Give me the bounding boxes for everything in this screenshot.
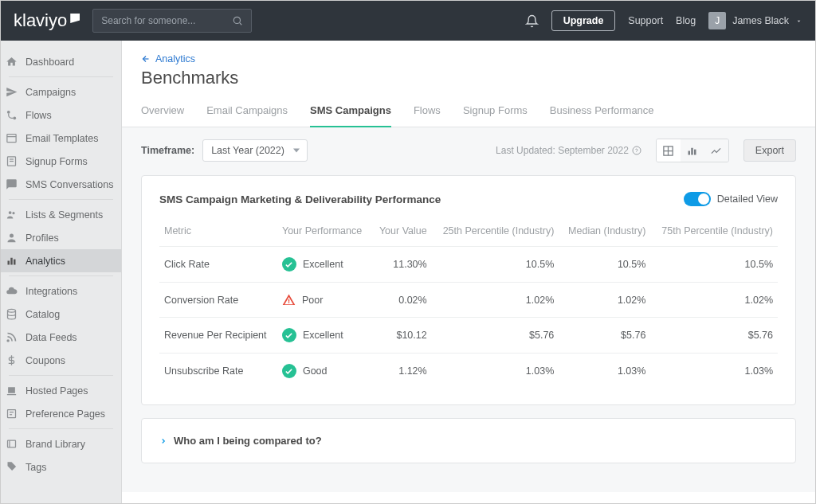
sidebar-label: Signup Forms (26, 156, 88, 167)
tab-business[interactable]: Business Performance (550, 96, 654, 127)
sidebar-item-analytics[interactable]: Analytics (1, 249, 121, 272)
sidebar-item-coupons[interactable]: Coupons (1, 349, 121, 372)
sidebar-item-catalog[interactable]: Catalog (1, 303, 121, 326)
col-median: Median (Industry) (559, 219, 650, 247)
detailed-view-toggle[interactable]: Detailed View (684, 192, 778, 206)
svg-rect-14 (14, 260, 16, 265)
svg-point-11 (10, 234, 14, 238)
search-input-wrap[interactable] (92, 9, 252, 33)
arrow-left-icon (141, 54, 151, 64)
page-title: Benchmarks (122, 64, 815, 96)
view-bar-button[interactable] (681, 139, 704, 162)
sidebar-item-preference[interactable]: Preference Pages (1, 402, 121, 425)
users-icon (6, 209, 18, 221)
help-icon[interactable] (632, 146, 641, 155)
sidebar: Dashboard Campaigns Flows Email Template… (1, 41, 122, 503)
export-button[interactable]: Export (743, 139, 796, 162)
avatar: J (708, 12, 726, 29)
sidebar-label: Brand Library (26, 439, 85, 450)
sidebar-item-flows[interactable]: Flows (1, 104, 121, 127)
col-p75: 75th Percentile (Industry) (650, 219, 778, 247)
last-updated: Last Updated: September 2022 (496, 145, 641, 156)
table-row: Unsubscribe RateGood1.12%1.03%1.03%1.03% (159, 354, 778, 389)
user-menu[interactable]: J James Black (708, 12, 802, 29)
compare-card[interactable]: Who am I being compared to? (141, 418, 796, 463)
col-perf: Your Performance (277, 219, 371, 247)
sidebar-item-lists[interactable]: Lists & Segments (1, 203, 121, 226)
svg-point-16 (7, 340, 9, 342)
sidebar-item-integrations[interactable]: Integrations (1, 279, 121, 303)
breadcrumb[interactable]: Analytics (122, 41, 815, 64)
rss-icon (6, 331, 18, 343)
sidebar-label: Flows (26, 110, 52, 121)
sidebar-item-tags[interactable]: Tags (1, 455, 121, 479)
svg-point-3 (13, 116, 16, 119)
tab-email[interactable]: Email Campaigns (206, 96, 288, 127)
sidebar-item-email-templates[interactable]: Email Templates (1, 127, 121, 150)
form-icon (6, 155, 18, 167)
logo[interactable]: klaviyo (14, 10, 80, 31)
table-row: Revenue Per RecipientExcellent$10.12$5.7… (159, 318, 778, 354)
sidebar-item-campaigns[interactable]: Campaigns (1, 80, 121, 104)
sidebar-item-profiles[interactable]: Profiles (1, 226, 121, 249)
chevron-right-icon (159, 437, 167, 445)
sidebar-item-brand[interactable]: Brand Library (1, 432, 121, 455)
send-icon (6, 86, 18, 98)
svg-point-15 (8, 309, 16, 312)
sidebar-item-dashboard[interactable]: Dashboard (1, 50, 121, 73)
sidebar-item-hosted[interactable]: Hosted Pages (1, 379, 121, 402)
tag-icon (6, 461, 18, 473)
col-p25: 25th Percentile (Industry) (432, 219, 559, 247)
search-input[interactable] (101, 15, 232, 26)
template-icon (6, 132, 18, 144)
sidebar-label: Dashboard (26, 57, 74, 68)
card-title: SMS Campaign Marketing & Deliverability … (159, 193, 441, 205)
home-icon (6, 56, 18, 68)
search-icon (232, 15, 243, 26)
cloud-icon (6, 285, 18, 297)
sidebar-label: SMS Conversations (26, 179, 113, 190)
sidebar-label: Analytics (26, 256, 65, 267)
tabs: Overview Email Campaigns SMS Campaigns F… (122, 96, 815, 127)
dollar-icon (6, 354, 18, 366)
sidebar-label: Catalog (26, 309, 60, 320)
metrics-table: Metric Your Performance Your Value 25th … (159, 219, 778, 389)
blog-link[interactable]: Blog (676, 15, 696, 26)
check-icon (282, 257, 296, 272)
warning-icon (282, 293, 296, 307)
view-line-button[interactable] (704, 139, 728, 162)
controls-row: Timeframe: Last Year (2022) Last Updated… (141, 139, 796, 162)
view-toggle (656, 139, 729, 162)
support-link[interactable]: Support (628, 15, 663, 26)
preference-icon (6, 408, 18, 420)
pages-icon (6, 385, 18, 397)
tab-signup[interactable]: Signup Forms (463, 96, 528, 127)
svg-point-9 (9, 211, 12, 214)
sidebar-label: Data Feeds (26, 332, 77, 343)
sidebar-label: Integrations (26, 286, 77, 297)
toggle-switch[interactable] (684, 192, 711, 206)
chat-icon (6, 178, 18, 190)
library-icon (6, 438, 18, 450)
svg-rect-29 (688, 150, 691, 154)
tab-flows[interactable]: Flows (414, 96, 441, 127)
view-table-button[interactable] (657, 139, 681, 162)
svg-point-2 (7, 111, 10, 114)
sidebar-label: Coupons (26, 355, 65, 366)
main-content: Analytics Benchmarks Overview Email Camp… (122, 41, 815, 503)
sidebar-label: Lists & Segments (26, 209, 103, 221)
tab-overview[interactable]: Overview (141, 96, 184, 127)
sidebar-item-sms[interactable]: SMS Conversations (1, 173, 121, 196)
table-row: Click RateExcellent11.30%10.5%10.5%10.5% (159, 247, 778, 283)
performance-card: SMS Campaign Marketing & Deliverability … (141, 175, 796, 405)
upgrade-button[interactable]: Upgrade (551, 10, 616, 31)
user-icon (6, 232, 18, 244)
bell-icon[interactable] (525, 14, 539, 28)
timeframe-dropdown[interactable]: Last Year (2022) (202, 139, 308, 162)
database-icon (6, 308, 18, 320)
sidebar-label: Hosted Pages (26, 385, 88, 397)
tab-sms[interactable]: SMS Campaigns (310, 96, 391, 127)
logo-text: klaviyo (14, 10, 67, 31)
sidebar-item-feeds[interactable]: Data Feeds (1, 326, 121, 349)
sidebar-item-signup-forms[interactable]: Signup Forms (1, 150, 121, 173)
